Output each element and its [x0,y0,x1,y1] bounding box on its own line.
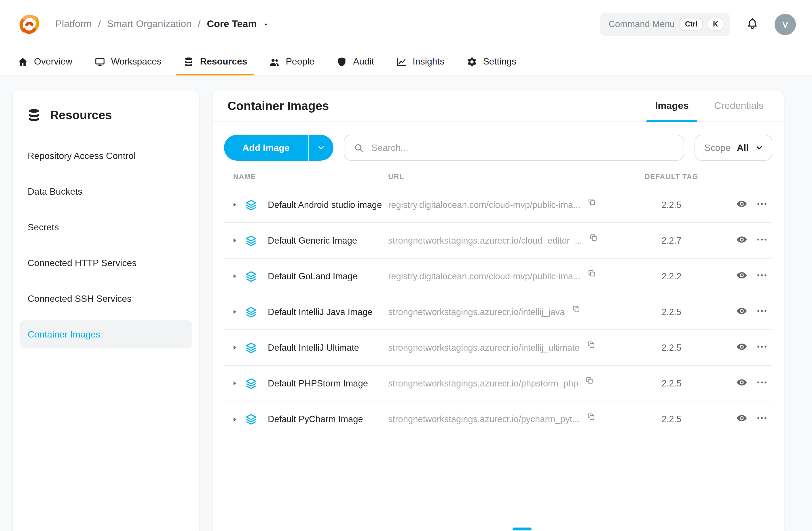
view-button[interactable] [736,341,748,355]
nav-tab-insights[interactable]: Insights [387,48,453,75]
expand-row-button[interactable] [224,416,245,423]
app-window: Platform/Smart Organization/Core Team Co… [0,0,812,531]
brand-logo-icon[interactable] [16,11,43,38]
nav-tab-resources[interactable]: Resources [174,48,257,75]
expand-row-button[interactable] [224,308,245,316]
expand-row-button[interactable] [224,237,245,244]
primary-nav: OverviewWorkspacesResourcesPeopleAuditIn… [0,48,812,75]
copy-url-button[interactable] [586,412,595,421]
default-tag: 2.2.5 [628,200,715,210]
more-actions-button[interactable] [756,341,768,355]
image-name: Default Generic Image [268,235,388,246]
expand-row-button[interactable] [224,201,245,209]
caret-down-icon [262,20,270,28]
view-button[interactable] [736,269,748,283]
ellipsis-icon [756,269,768,281]
sidebar-item-data-buckets[interactable]: Data Buckets [19,177,192,205]
eye-icon [736,412,748,424]
sidebar-item-connected-ssh-services[interactable]: Connected SSH Services [19,285,192,313]
column-header-default-tag: DEFAULT TAG [628,173,715,181]
layers-icon [245,377,258,390]
more-actions-button[interactable] [756,376,768,390]
tab-images[interactable]: Images [647,90,697,121]
nav-tab-overview[interactable]: Overview [8,48,82,75]
copy-url-button[interactable] [588,269,596,277]
ellipsis-icon [756,198,768,209]
image-name: Default IntelliJ Ultimate [268,342,388,353]
nav-tab-audit[interactable]: Audit [327,48,383,75]
copy-url-button[interactable] [585,376,594,385]
chevron-down-icon [755,143,764,152]
breadcrumb-item-smart-organization[interactable]: Smart Organization [107,18,191,30]
more-actions-button[interactable] [756,269,768,283]
sidebar-item-repository-access-control[interactable]: Repository Access Control [19,142,192,170]
layers-icon [245,234,258,247]
copy-url-button[interactable] [588,198,596,206]
image-name: Default PyCharm Image [268,414,388,425]
nav-tab-label: Insights [412,56,444,67]
panel-tabs: ImagesCredentials [647,90,772,121]
view-button[interactable] [736,305,748,319]
image-url: strongnetworkstagings.azurecr.io/intelli… [388,342,580,353]
monitor-icon [94,56,105,67]
image-url: strongnetworkstagings.azurecr.io/phpstor… [388,378,578,388]
nav-tab-label: Overview [34,56,72,67]
copy-icon [586,340,595,349]
avatar[interactable]: V [774,14,796,35]
sidebar-item-container-images[interactable]: Container Images [19,320,192,348]
expand-row-button[interactable] [224,379,245,387]
expand-row-button[interactable] [224,344,245,351]
nav-tab-people[interactable]: People [260,48,324,75]
row-actions [715,412,772,426]
sidebar-item-connected-http-services[interactable]: Connected HTTP Services [19,249,192,277]
search-box[interactable] [344,135,684,161]
view-button[interactable] [736,198,748,212]
eye-icon [736,305,748,316]
more-actions-button[interactable] [756,412,768,426]
chevron-right-icon [231,237,238,244]
ellipsis-icon [756,305,768,316]
add-image-button[interactable]: Add Image [224,135,308,161]
horizontal-scrollbar-thumb[interactable] [512,528,532,530]
default-tag: 2.2.5 [628,414,715,425]
breadcrumb-item-platform[interactable]: Platform [55,18,92,30]
more-actions-button[interactable] [756,305,768,319]
add-image-menu-button[interactable] [308,135,333,161]
copy-url-button[interactable] [589,233,598,242]
layers-icon [245,341,258,354]
sidebar-item-secrets[interactable]: Secrets [19,213,192,241]
scope-label: Scope [704,143,730,153]
ellipsis-icon [756,233,768,245]
copy-url-button[interactable] [586,340,595,349]
default-tag: 2.2.5 [628,307,715,317]
search-input[interactable] [370,142,675,154]
scope-dropdown[interactable]: Scope All [695,135,772,161]
view-button[interactable] [736,233,748,247]
command-menu-button[interactable]: Command Menu Ctrl K [600,12,730,36]
row-actions [715,233,772,247]
image-url-cell: strongnetworkstagings.azurecr.io/cloud_e… [388,235,628,246]
ellipsis-icon [756,341,768,352]
notifications-button[interactable] [745,16,759,32]
nav-tab-label: People [286,56,315,67]
chart-icon [396,56,407,67]
expand-row-button[interactable] [224,272,245,280]
row-actions [715,198,772,212]
more-actions-button[interactable] [756,198,768,212]
view-button[interactable] [736,376,748,390]
table-row: Default Android studio imageregistry.dig… [224,187,772,223]
nav-tab-settings[interactable]: Settings [457,48,525,75]
tab-credentials[interactable]: Credentials [706,90,772,121]
table-row: Default IntelliJ Ultimatestrongnetworkst… [224,330,772,366]
copy-icon [589,233,598,242]
ellipsis-icon [756,412,768,424]
gear-icon [466,56,477,67]
layers-icon [245,270,258,283]
page-title: Container Images [228,99,329,113]
chevron-right-icon [231,308,238,316]
more-actions-button[interactable] [756,233,768,247]
view-button[interactable] [736,412,748,426]
copy-url-button[interactable] [571,305,580,313]
breadcrumb-item-core-team[interactable]: Core Team [207,18,257,30]
nav-tab-workspaces[interactable]: Workspaces [85,48,171,75]
